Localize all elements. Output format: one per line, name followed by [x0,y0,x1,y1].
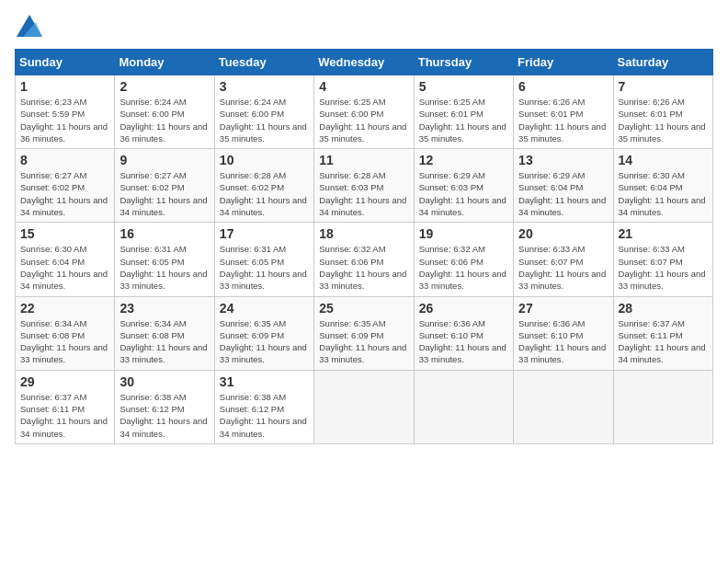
calendar-cell: 13Sunrise: 6:29 AMSunset: 6:04 PMDayligh… [514,149,613,223]
day-info: Sunrise: 6:38 AMSunset: 6:12 PMDaylight:… [119,391,209,440]
day-info: Sunrise: 6:26 AMSunset: 6:01 PMDaylight:… [518,96,608,144]
calendar-cell: 15Sunrise: 6:30 AMSunset: 6:04 PMDayligh… [16,223,115,296]
day-info: Sunrise: 6:37 AMSunset: 6:11 PMDaylight:… [619,317,708,366]
day-info: Sunrise: 6:23 AMSunset: 5:59 PMDaylight:… [20,96,109,144]
header [15,15,713,41]
day-number: 15 [20,226,109,241]
day-of-week-header: Wednesday [314,50,414,75]
day-number: 31 [220,374,309,389]
calendar-cell: 23Sunrise: 6:34 AMSunset: 6:08 PMDayligh… [115,296,214,370]
calendar-cell: 17Sunrise: 6:31 AMSunset: 6:05 PMDayligh… [214,223,313,296]
day-info: Sunrise: 6:30 AMSunset: 6:04 PMDaylight:… [20,243,109,292]
calendar-cell: 7Sunrise: 6:26 AMSunset: 6:01 PMDaylight… [613,75,712,149]
day-number: 4 [319,79,408,94]
day-number: 27 [518,301,608,316]
calendar-cell: 1Sunrise: 6:23 AMSunset: 5:59 PMDaylight… [16,75,115,149]
day-number: 17 [220,226,309,241]
calendar-cell: 18Sunrise: 6:32 AMSunset: 6:06 PMDayligh… [314,223,414,296]
day-number: 21 [619,226,708,241]
day-info: Sunrise: 6:32 AMSunset: 6:06 PMDaylight:… [319,243,408,292]
logo [15,15,42,41]
day-of-week-header: Sunday [16,50,115,75]
day-number: 23 [119,301,209,316]
calendar-cell: 24Sunrise: 6:35 AMSunset: 6:09 PMDayligh… [214,296,313,370]
calendar-cell: 31Sunrise: 6:38 AMSunset: 6:12 PMDayligh… [214,370,313,443]
day-info: Sunrise: 6:34 AMSunset: 6:08 PMDaylight:… [119,317,209,366]
day-info: Sunrise: 6:26 AMSunset: 6:01 PMDaylight:… [619,96,708,144]
day-number: 22 [20,301,109,316]
day-number: 6 [518,79,608,94]
calendar-cell: 14Sunrise: 6:30 AMSunset: 6:04 PMDayligh… [613,149,712,223]
day-info: Sunrise: 6:24 AMSunset: 6:00 PMDaylight:… [220,96,309,144]
calendar-cell [414,370,513,443]
day-of-week-header: Thursday [414,50,513,75]
day-of-week-header: Saturday [613,50,712,75]
day-info: Sunrise: 6:32 AMSunset: 6:06 PMDaylight:… [419,243,508,292]
logo-icon [17,15,42,37]
day-number: 12 [419,153,508,167]
day-number: 24 [220,301,309,316]
calendar-cell: 12Sunrise: 6:29 AMSunset: 6:03 PMDayligh… [414,149,513,223]
day-info: Sunrise: 6:25 AMSunset: 6:00 PMDaylight:… [319,96,408,144]
calendar-cell: 9Sunrise: 6:27 AMSunset: 6:02 PMDaylight… [115,149,214,223]
calendar-table: SundayMondayTuesdayWednesdayThursdayFrid… [15,49,713,444]
day-of-week-header: Tuesday [214,50,313,75]
day-info: Sunrise: 6:35 AMSunset: 6:09 PMDaylight:… [220,317,309,366]
day-number: 20 [518,226,608,241]
calendar-cell: 6Sunrise: 6:26 AMSunset: 6:01 PMDaylight… [514,75,613,149]
day-of-week-header: Friday [514,50,613,75]
calendar-cell: 29Sunrise: 6:37 AMSunset: 6:11 PMDayligh… [16,370,115,443]
day-number: 2 [119,79,209,94]
day-number: 9 [119,153,209,167]
day-info: Sunrise: 6:30 AMSunset: 6:04 PMDaylight:… [619,169,708,218]
day-number: 13 [518,153,608,167]
calendar-cell: 11Sunrise: 6:28 AMSunset: 6:03 PMDayligh… [314,149,414,223]
calendar-cell: 10Sunrise: 6:28 AMSunset: 6:02 PMDayligh… [214,149,313,223]
calendar-cell: 5Sunrise: 6:25 AMSunset: 6:01 PMDaylight… [414,75,513,149]
day-number: 28 [619,301,708,316]
day-number: 30 [119,374,209,389]
calendar-cell: 22Sunrise: 6:34 AMSunset: 6:08 PMDayligh… [16,296,115,370]
day-info: Sunrise: 6:27 AMSunset: 6:02 PMDaylight:… [20,169,109,218]
day-number: 14 [619,153,708,167]
day-number: 8 [20,153,109,167]
week-row: 15Sunrise: 6:30 AMSunset: 6:04 PMDayligh… [16,223,713,296]
day-number: 29 [20,374,109,389]
day-info: Sunrise: 6:34 AMSunset: 6:08 PMDaylight:… [20,317,109,366]
day-number: 18 [319,226,408,241]
day-number: 26 [419,301,508,316]
calendar-cell: 16Sunrise: 6:31 AMSunset: 6:05 PMDayligh… [115,223,214,296]
calendar-cell: 21Sunrise: 6:33 AMSunset: 6:07 PMDayligh… [613,223,712,296]
day-number: 5 [419,79,508,94]
calendar-cell: 19Sunrise: 6:32 AMSunset: 6:06 PMDayligh… [414,223,513,296]
calendar-cell: 20Sunrise: 6:33 AMSunset: 6:07 PMDayligh… [514,223,613,296]
day-info: Sunrise: 6:38 AMSunset: 6:12 PMDaylight:… [220,391,309,440]
day-number: 19 [419,226,508,241]
calendar-cell [314,370,414,443]
day-info: Sunrise: 6:31 AMSunset: 6:05 PMDaylight:… [119,243,209,292]
day-info: Sunrise: 6:36 AMSunset: 6:10 PMDaylight:… [518,317,608,366]
calendar-cell: 25Sunrise: 6:35 AMSunset: 6:09 PMDayligh… [314,296,414,370]
day-info: Sunrise: 6:36 AMSunset: 6:10 PMDaylight:… [419,317,508,366]
day-number: 16 [119,226,209,241]
day-number: 1 [20,79,109,94]
day-info: Sunrise: 6:29 AMSunset: 6:03 PMDaylight:… [419,169,508,218]
day-number: 11 [319,153,408,167]
week-row: 29Sunrise: 6:37 AMSunset: 6:11 PMDayligh… [16,370,713,443]
calendar-cell: 26Sunrise: 6:36 AMSunset: 6:10 PMDayligh… [414,296,513,370]
day-info: Sunrise: 6:31 AMSunset: 6:05 PMDaylight:… [220,243,309,292]
day-number: 10 [220,153,309,167]
week-row: 8Sunrise: 6:27 AMSunset: 6:02 PMDaylight… [16,149,713,223]
days-of-week-row: SundayMondayTuesdayWednesdayThursdayFrid… [16,50,713,75]
day-number: 3 [220,79,309,94]
calendar-cell: 3Sunrise: 6:24 AMSunset: 6:00 PMDaylight… [214,75,313,149]
day-info: Sunrise: 6:28 AMSunset: 6:02 PMDaylight:… [220,169,309,218]
calendar-cell: 27Sunrise: 6:36 AMSunset: 6:10 PMDayligh… [514,296,613,370]
calendar-cell [514,370,613,443]
calendar-cell [613,370,712,443]
calendar-cell: 2Sunrise: 6:24 AMSunset: 6:00 PMDaylight… [115,75,214,149]
week-row: 22Sunrise: 6:34 AMSunset: 6:08 PMDayligh… [16,296,713,370]
day-number: 7 [619,79,708,94]
day-info: Sunrise: 6:25 AMSunset: 6:01 PMDaylight:… [419,96,508,144]
calendar-cell: 4Sunrise: 6:25 AMSunset: 6:00 PMDaylight… [314,75,414,149]
